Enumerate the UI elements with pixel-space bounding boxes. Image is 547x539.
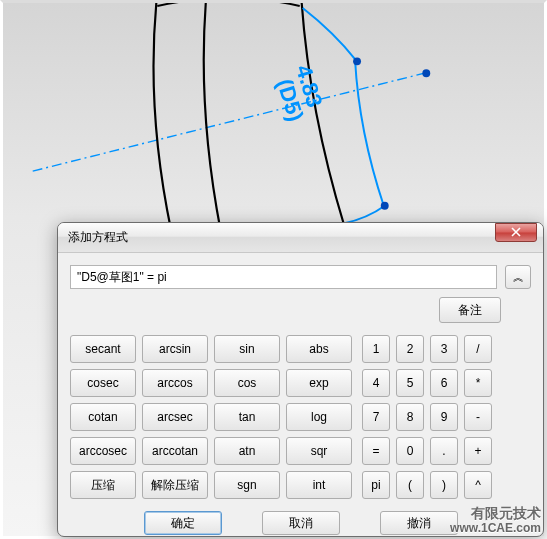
key-power[interactable]: ^ [464,471,492,499]
add-equation-dialog: 添加方程式 ︽ 备注 secant arcsin sin abs cosec a… [57,222,544,537]
fn-arcsin[interactable]: arcsin [142,335,208,363]
key-2[interactable]: 2 [396,335,424,363]
svg-point-3 [422,69,430,77]
key-multiply[interactable]: * [464,369,492,397]
fn-cosec[interactable]: cosec [70,369,136,397]
key-9[interactable]: 9 [430,403,458,431]
key-0[interactable]: 0 [396,437,424,465]
watermark: 有限元技术 www.1CAE.com [450,506,541,535]
fn-arcsec[interactable]: arcsec [142,403,208,431]
fn-abs[interactable]: abs [286,335,352,363]
key-divide[interactable]: / [464,335,492,363]
note-button[interactable]: 备注 [439,297,501,323]
dialog-titlebar[interactable]: 添加方程式 [58,223,543,253]
fn-sgn[interactable]: sgn [214,471,280,499]
fn-unsuppress[interactable]: 解除压缩 [142,471,208,499]
key-5[interactable]: 5 [396,369,424,397]
key-rparen[interactable]: ) [430,471,458,499]
key-minus[interactable]: - [464,403,492,431]
numeric-keypad: 1 2 3 / 4 5 6 * 7 8 9 - = 0 . + pi ( ) ^ [362,335,492,499]
fn-arccos[interactable]: arccos [142,369,208,397]
fn-arccotan[interactable]: arccotan [142,437,208,465]
ok-button[interactable]: 确定 [144,511,222,535]
fn-tan[interactable]: tan [214,403,280,431]
function-keypad: secant arcsin sin abs cosec arccos cos e… [70,335,352,499]
fn-secant[interactable]: secant [70,335,136,363]
key-pi[interactable]: pi [362,471,390,499]
close-icon [510,227,522,237]
fn-atn[interactable]: atn [214,437,280,465]
undo-button[interactable]: 撤消 [380,511,458,535]
key-4[interactable]: 4 [362,369,390,397]
fn-int[interactable]: int [286,471,352,499]
fn-log[interactable]: log [286,403,352,431]
equation-input[interactable] [70,265,497,289]
close-button[interactable] [495,223,537,242]
key-3[interactable]: 3 [430,335,458,363]
key-lparen[interactable]: ( [396,471,424,499]
fn-suppress[interactable]: 压缩 [70,471,136,499]
key-1[interactable]: 1 [362,335,390,363]
fn-exp[interactable]: exp [286,369,352,397]
cancel-button[interactable]: 取消 [262,511,340,535]
fn-sin[interactable]: sin [214,335,280,363]
fn-arccosec[interactable]: arccosec [70,437,136,465]
chevron-up-icon: ︽ [513,270,524,285]
dialog-title: 添加方程式 [68,229,128,246]
collapse-button[interactable]: ︽ [505,265,531,289]
key-plus[interactable]: + [464,437,492,465]
watermark-url: www.1CAE.com [450,522,541,535]
key-7[interactable]: 7 [362,403,390,431]
svg-point-2 [381,202,389,210]
fn-cos[interactable]: cos [214,369,280,397]
key-equals[interactable]: = [362,437,390,465]
key-dot[interactable]: . [430,437,458,465]
fn-cotan[interactable]: cotan [70,403,136,431]
key-8[interactable]: 8 [396,403,424,431]
fn-sqr[interactable]: sqr [286,437,352,465]
watermark-text: 有限元技术 [471,506,541,521]
svg-point-1 [353,57,361,65]
key-6[interactable]: 6 [430,369,458,397]
